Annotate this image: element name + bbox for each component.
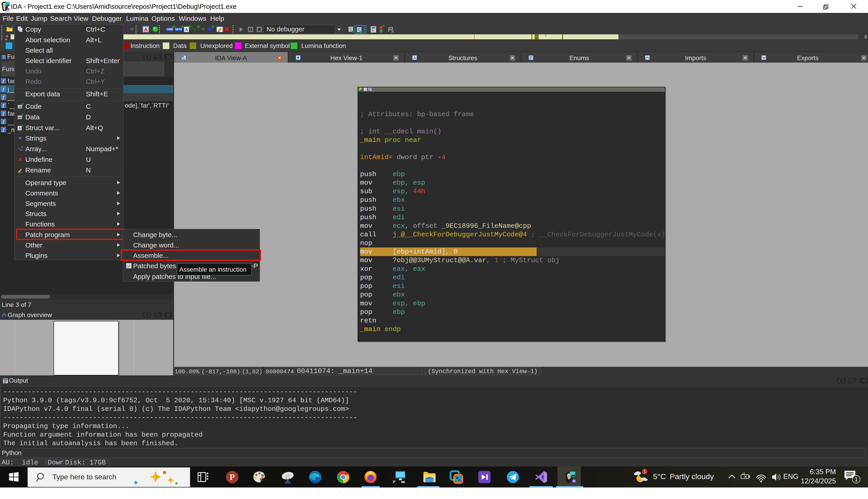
svg-text:P: P <box>230 472 235 482</box>
svg-text:DATA: DATA <box>175 28 182 31</box>
svg-text:CODE: CODE <box>17 106 22 108</box>
svg-text:A: A <box>185 27 188 32</box>
svg-text:A: A <box>19 126 21 130</box>
svg-text:DATA: DATA <box>17 117 22 119</box>
svg-text:!: ! <box>145 28 146 31</box>
svg-text:CODE: CODE <box>167 28 173 31</box>
svg-text:32: 32 <box>572 479 575 483</box>
svg-text:32: 32 <box>7 9 10 11</box>
svg-text:‘s’: ‘s’ <box>192 26 197 32</box>
svg-text:1: 1 <box>644 470 646 474</box>
svg-text:1: 1 <box>855 476 858 483</box>
